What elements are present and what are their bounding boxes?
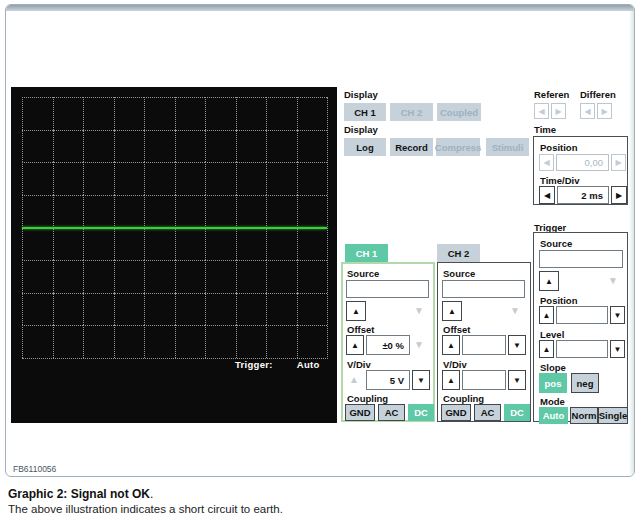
scope-grid-cell	[53, 162, 84, 195]
scope-grid-cell	[236, 228, 267, 261]
scope-grid-cell	[114, 293, 145, 326]
ch1-source-down-icon: ▼	[414, 306, 424, 316]
mode-single-button[interactable]: Single	[598, 407, 628, 424]
scope-grid-cell	[53, 97, 84, 130]
ch1-offset-down-icon: ▼	[414, 340, 424, 350]
scope-grid-cell	[22, 293, 53, 326]
scope-grid-cell	[175, 228, 206, 261]
trigger-position-label: Position	[540, 295, 577, 306]
page: Trigger: Auto Display CH 1 CH 2 Coupled …	[0, 0, 643, 527]
display-mode-label: Display	[344, 124, 378, 135]
scope-grid-cell	[236, 130, 267, 163]
trigger-position-up-button[interactable]: ▲	[539, 306, 554, 324]
ch2-vdiv-up-button[interactable]: ▲	[442, 370, 460, 390]
reference-prev-button[interactable]: ◀	[534, 103, 549, 119]
display-ch2-button[interactable]: CH 2	[390, 103, 433, 121]
ch1-vdiv-up-icon: ▲	[349, 375, 359, 385]
ch2-offset-up-button[interactable]: ▲	[442, 335, 460, 355]
trigger-level-up-button[interactable]: ▲	[539, 340, 554, 358]
timediv-decrement-button[interactable]: ◀	[539, 186, 555, 204]
scope-grid-cell	[266, 293, 297, 326]
ch1-vdiv-down-button[interactable]: ▼	[412, 370, 430, 390]
slope-pos-button[interactable]: pos	[539, 373, 567, 393]
ch1-source-label: Source	[347, 268, 379, 279]
compress-button[interactable]: Compress	[436, 138, 480, 156]
trigger-status-value: Auto	[297, 359, 320, 370]
timediv-value: 2 ms	[557, 186, 609, 204]
ch1-tab[interactable]: CH 1	[345, 244, 388, 262]
slope-neg-button[interactable]: neg	[571, 373, 599, 393]
scope-grid-cell	[22, 325, 53, 358]
timediv-increment-button[interactable]: ▶	[611, 186, 627, 204]
reference-next-button[interactable]: ▶	[551, 103, 566, 119]
differential-label: Differen	[580, 89, 616, 100]
ch2-coupling-gnd-button[interactable]: GND	[441, 404, 471, 421]
time-position-increment-button[interactable]: ▶	[611, 154, 626, 171]
trigger-source-down-icon: ▼	[608, 276, 618, 286]
mode-auto-button[interactable]: Auto	[539, 407, 568, 424]
stimuli-button[interactable]: Stimuli	[486, 138, 529, 156]
scope-grid-cell	[297, 195, 328, 228]
display-ch1-button[interactable]: CH 1	[344, 103, 386, 121]
timediv-label: Time/Div	[540, 175, 579, 186]
scope-grid-cell	[83, 97, 114, 130]
trigger-group-box: Source ▲ ▼ Position ▲ ▼ Level ▲ ▼ Slope …	[533, 232, 628, 422]
ch2-coupling-dc-button[interactable]: DC	[504, 404, 530, 421]
oscilloscope-screen: Trigger: Auto	[11, 87, 337, 423]
scope-grid-cell	[297, 293, 328, 326]
record-button[interactable]: Record	[390, 138, 433, 156]
frame-top-bar	[6, 5, 634, 11]
mode-norm-button[interactable]: Norm	[570, 407, 598, 424]
trigger-position-down-button[interactable]: ▼	[610, 306, 625, 324]
trigger-source-up-button[interactable]: ▲	[539, 271, 559, 291]
time-group-label: Time	[534, 124, 556, 135]
trigger-position-value	[556, 306, 608, 324]
trigger-level-down-button[interactable]: ▼	[610, 340, 625, 358]
figure-code: FB6110056	[13, 464, 56, 474]
scope-grid-cell	[83, 228, 114, 261]
ch2-tab[interactable]: CH 2	[437, 244, 480, 262]
trigger-status: Trigger: Auto	[235, 359, 320, 370]
scope-grid-cell	[266, 130, 297, 163]
display-channel-label: Display	[344, 89, 378, 100]
log-button[interactable]: Log	[344, 138, 386, 156]
scope-grid-cell	[297, 162, 328, 195]
time-position-decrement-button[interactable]: ◀	[539, 154, 554, 171]
frame-right-band	[629, 11, 634, 475]
ch1-offset-label: Offset	[347, 324, 374, 335]
ch1-offset-value: ±0 %	[366, 335, 410, 355]
ch1-coupling-label: Coupling	[347, 393, 388, 404]
trigger-source-input[interactable]	[539, 250, 623, 268]
ch2-offset-down-button[interactable]: ▼	[508, 335, 526, 355]
differential-next-button[interactable]: ▶	[597, 103, 612, 119]
ch1-source-input[interactable]	[346, 280, 429, 298]
ch2-source-label: Source	[443, 268, 475, 279]
ch2-source-input[interactable]	[442, 280, 525, 298]
scope-grid-cell	[114, 162, 145, 195]
reference-label: Referen	[534, 89, 569, 100]
ch2-vdiv-down-button[interactable]: ▼	[508, 370, 526, 390]
ch1-coupling-dc-button[interactable]: DC	[408, 404, 434, 421]
scope-grid-cell	[53, 195, 84, 228]
scope-grid-cell	[83, 260, 114, 293]
time-position-label: Position	[540, 142, 577, 153]
scope-grid-cell	[297, 325, 328, 358]
ch1-coupling-ac-button[interactable]: AC	[378, 404, 405, 421]
ch1-offset-up-button[interactable]: ▲	[346, 335, 364, 355]
scope-grid-cell	[83, 293, 114, 326]
time-group-box: Position ◀ 0,00 ▶ Time/Div ◀ 2 ms ▶	[533, 136, 628, 205]
differential-prev-button[interactable]: ◀	[580, 103, 595, 119]
trigger-mode-label: Mode	[540, 396, 565, 407]
ch1-vdiv-label: V/Div	[347, 359, 371, 370]
ch1-coupling-gnd-button[interactable]: GND	[345, 404, 375, 421]
scope-grid-cell	[175, 97, 206, 130]
scope-grid-cell	[144, 260, 175, 293]
caption-title: Graphic 2: Signal not OK.	[8, 487, 153, 501]
ch2-source-up-button[interactable]: ▲	[442, 301, 462, 321]
ch2-coupling-ac-button[interactable]: AC	[474, 404, 501, 421]
ch2-panel: Source ▲ ▼ Offset ▲ ▼ V/Div ▲ ▼ Coupling…	[437, 262, 531, 422]
ch1-source-up-button[interactable]: ▲	[346, 301, 366, 321]
display-coupled-button[interactable]: Coupled	[437, 103, 481, 121]
ch2-source-down-icon: ▼	[510, 306, 520, 316]
scope-grid-cell	[297, 228, 328, 261]
